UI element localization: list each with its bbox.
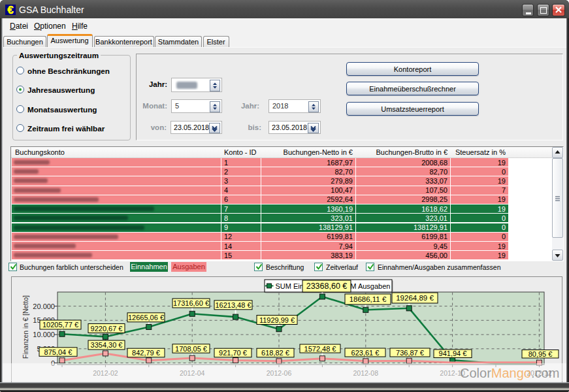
- svg-text:842,79 €: 842,79 €: [132, 349, 160, 357]
- svg-text:3354,30 €: 3354,30 €: [91, 341, 123, 349]
- svg-text:23368,60 €: 23368,60 €: [306, 282, 348, 291]
- svg-text:12665,06 €: 12665,06 €: [128, 314, 164, 321]
- svg-text:1708,05 €: 1708,05 €: [175, 345, 207, 353]
- svg-text:18686,11 €: 18686,11 €: [350, 295, 387, 303]
- svg-text:10205,77 €: 10205,77 €: [42, 321, 78, 329]
- svg-text:Finanzen in € [Netto]: Finanzen in € [Netto]: [22, 295, 29, 359]
- svg-text:1572,48 €: 1572,48 €: [304, 345, 336, 353]
- svg-text:20.000: 20.000: [33, 302, 55, 310]
- svg-text:19264,89 €: 19264,89 €: [396, 294, 434, 302]
- svg-text:11929,99 €: 11929,99 €: [259, 316, 295, 324]
- svg-text:10.000: 10.000: [33, 331, 55, 338]
- svg-text:618,82 €: 618,82 €: [261, 349, 289, 357]
- svg-text:921,70 €: 921,70 €: [219, 349, 247, 357]
- svg-text:941,94 €: 941,94 €: [439, 350, 467, 357]
- svg-text:17316,60 €: 17316,60 €: [173, 299, 209, 307]
- svg-text:9220,67 €: 9220,67 €: [91, 325, 123, 333]
- svg-text:623,61 €: 623,61 €: [351, 349, 380, 357]
- svg-text:16213,48 €: 16213,48 €: [215, 301, 251, 309]
- svg-text:80,95 €: 80,95 €: [528, 350, 553, 358]
- svg-text:736,87 €: 736,87 €: [396, 349, 424, 357]
- svg-text:875,04 €: 875,04 €: [44, 348, 73, 356]
